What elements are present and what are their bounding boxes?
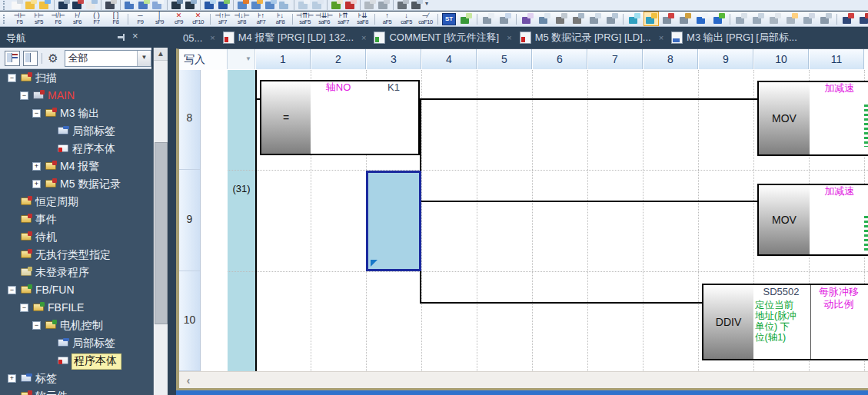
ladder-symbol-button-F6[interactable]: ⊣/⊢F6 (48, 12, 68, 26)
toolbar-grid-pale-2-icon[interactable] (311, 0, 324, 10)
ladder-symbol-button-F5[interactable]: ⊣⊢F5 (10, 12, 29, 26)
document-tab-3[interactable]: COMMENT [软元件注释] (374, 31, 499, 45)
ladder-edit-green-icon[interactable] (458, 12, 474, 26)
toolbar-grip[interactable] (3, 1, 7, 10)
tree-item-无执行类型指定[interactable]: 无执行类型指定 (0, 246, 153, 264)
tree-item-M5 数据记录[interactable]: +M5 数据记录 (0, 175, 153, 193)
collapse-icon[interactable]: − (32, 109, 41, 118)
tree-item-label[interactable]: 未登录程序 (35, 266, 89, 280)
device-find-icon[interactable] (660, 12, 676, 26)
toolbar-folder-import-icon[interactable] (38, 0, 51, 10)
align-right-icon[interactable] (604, 12, 620, 26)
ladder-symbol-button-aF5[interactable]: ↑aF5 (377, 12, 397, 26)
toolbar-grid-2-icon[interactable] (251, 0, 263, 10)
check-list-2-icon[interactable] (818, 12, 833, 26)
ladder-symbol-button-caF10[interactable]: ─∕caF10 (416, 12, 435, 26)
expand-icon[interactable]: + (32, 180, 41, 188)
mov2-operand-label[interactable]: 加减速 (812, 185, 867, 198)
tree-item-程序本体[interactable]: 程序本体 (0, 140, 153, 158)
tree-item-事件[interactable]: 事件 (0, 211, 153, 228)
ladder-symbol-button-F8[interactable]: [ ]F8 (106, 12, 125, 26)
gear-icon[interactable]: ⚙ (48, 51, 58, 65)
toolbar-block-2-icon[interactable] (185, 0, 197, 10)
compare-operand-label[interactable]: 轴NO (311, 81, 366, 94)
statement-bubble-icon[interactable] (497, 12, 513, 26)
user-lib-2-icon[interactable] (857, 12, 868, 26)
collapse-icon[interactable]: − (8, 286, 16, 294)
navigation-scrollbar[interactable]: ▲ (153, 48, 168, 395)
toolbar-grid-1-icon[interactable] (237, 0, 249, 10)
tab-close-icon[interactable]: × (507, 33, 511, 42)
toolbar-printer-icon[interactable] (105, 0, 117, 10)
tree-item-label[interactable]: FB/FUN (35, 284, 75, 296)
mov1-instruction-cell[interactable]: MOV (759, 82, 810, 154)
tree-item-M4 报警[interactable]: +M4 报警 (0, 158, 153, 175)
tree-item-label[interactable]: M5 数据记录 (60, 178, 121, 191)
tree-item-局部标签[interactable]: 局部标签 (0, 334, 153, 352)
outline-list-icon[interactable] (767, 12, 783, 26)
tree-item-待机[interactable]: 待机 (0, 228, 153, 246)
tree-item-label[interactable]: 扫描 (35, 71, 57, 85)
ladder-symbol-button-F9[interactable]: ─F9 (131, 12, 150, 26)
tree-item-label[interactable]: M4 报警 (60, 160, 99, 174)
toolbar-window-1-icon[interactable] (124, 0, 136, 10)
mov2-instruction-cell[interactable]: MOV (759, 185, 810, 254)
tree-item-label[interactable]: 标签 (35, 372, 57, 386)
collapse-icon[interactable]: − (20, 91, 28, 100)
align-left-icon[interactable] (587, 12, 603, 26)
navigation-close-icon[interactable]: × (132, 30, 138, 41)
header-dropdown-icon[interactable]: ▼ (228, 49, 255, 69)
mov1-operand-label[interactable]: 加减速 (812, 82, 867, 95)
toolbar-grid-pale-1-icon[interactable] (298, 0, 310, 10)
collapse-icon[interactable]: − (8, 74, 16, 82)
toolbar-binoculars-icon[interactable] (397, 0, 409, 10)
ladder-canvas[interactable]: 8 9 10 (31) = 轴NO K1 MOV 加减速 (179, 70, 868, 371)
ladder-symbol-button-aF8[interactable]: ⊦↓aF8 (271, 12, 290, 26)
tree-item-MAIN[interactable]: −MAIN (0, 87, 153, 105)
find-next-binoculars-icon[interactable] (570, 12, 586, 26)
device-list-icon[interactable] (694, 12, 710, 26)
ladder-symbol-button-saF8[interactable]: ⊦⇊saF8 (353, 12, 372, 26)
toolbar-monitor-1-icon[interactable] (204, 0, 216, 10)
ladder-toolbar-grip[interactable] (3, 15, 7, 24)
ladder-symbol-button-sF5[interactable]: ⊦⊢sF5 (29, 12, 48, 26)
cross-ref-edit-icon[interactable] (644, 12, 659, 26)
ladder-symbol-button-sF6[interactable]: ⊦/sF6 (68, 12, 87, 26)
ladder-symbol-button-aF7[interactable]: ⊦↑aF7 (251, 12, 271, 26)
tree-item-label[interactable]: 局部标签 (72, 124, 115, 138)
tree-item-FB/FUN[interactable]: −FB/FUN (0, 281, 153, 299)
tree-item-软元件[interactable]: 软元件 (0, 387, 153, 395)
tab-close-icon[interactable]: × (659, 33, 663, 42)
toolbar-window-3-icon[interactable] (151, 0, 164, 10)
navigation-scrollbar-thumb[interactable] (155, 142, 168, 324)
toolbar-magnifier-icon[interactable] (411, 0, 423, 10)
find-binoculars-icon[interactable] (554, 12, 569, 26)
tree-item-label[interactable]: 程序本体 (72, 354, 121, 369)
indent-2-icon[interactable] (750, 12, 766, 26)
tree-item-label[interactable]: 事件 (35, 213, 57, 227)
toolbar-doc-icon[interactable] (11, 0, 23, 10)
user-lib-1-icon[interactable] (840, 12, 856, 26)
tree-item-label[interactable]: 软元件 (35, 390, 68, 395)
ladder-symbol-button-saF6[interactable]: ⊣⇊⊢saF6 (314, 12, 334, 26)
document-tab-4[interactable]: M5 数据记录 [PRG] [LD]... (520, 31, 651, 45)
ladder-symbol-button-sF9[interactable]: │sF9 (150, 12, 169, 26)
document-tab-1[interactable]: 05... (183, 32, 202, 44)
scroll-up-icon[interactable]: ▲ (154, 48, 168, 61)
ladder-symbol-button-saF5[interactable]: ⊣⇈⊢saF5 (295, 12, 314, 26)
document-tab-5[interactable]: M3 输出 [PRG] [局部标... (671, 31, 797, 45)
toolbar-save-all-icon[interactable] (72, 0, 84, 10)
toolbar-folder-open-icon[interactable] (25, 0, 37, 10)
edit-pencil-icon[interactable] (520, 12, 535, 26)
selected-cell-cursor[interactable] (366, 171, 421, 271)
ladder-symbol-button-sF7[interactable]: ⊣↑⊢sF7 (213, 12, 232, 26)
copy-doc-icon[interactable] (537, 12, 552, 26)
toolbar-gray-2-icon[interactable] (377, 0, 390, 10)
check-list-1-icon[interactable] (801, 12, 816, 26)
tree-item-标签[interactable]: +标签 (0, 370, 153, 387)
ladder-symbol-button-sF8[interactable]: ⊣↓⊢sF8 (232, 12, 251, 26)
toolbar-delete-x-icon[interactable] (344, 0, 357, 10)
ddiv-operand-label[interactable]: 每脉冲移 动比例 (810, 286, 867, 310)
tree-item-FBFILE[interactable]: −FBFILE (0, 299, 153, 317)
ladder-symbol-button-saF7[interactable]: ⊦⇈saF7 (334, 12, 353, 26)
